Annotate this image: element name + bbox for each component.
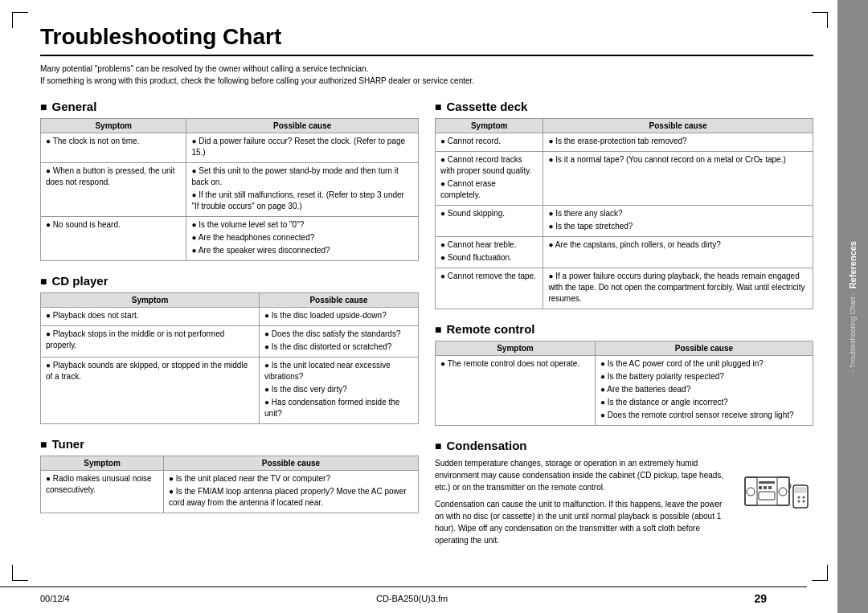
cassette-col-cause: Possible cause [543,119,813,133]
section-remote: Remote control Symptom Possible cause [435,322,813,426]
svg-point-2 [747,488,755,496]
symptom-item: Playback sounds are skipped, or stopped … [46,360,254,382]
cd-col-symptom: Symptom [41,293,260,308]
svg-point-4 [779,488,787,496]
remote-row1-symptom: The remote control does not operate. [436,356,596,426]
table-row: The remote control does not operate. Is … [436,356,813,426]
section-cassette: Cassette deck Symptom Possible cause C [435,100,813,309]
tuner-col-symptom: Symptom [41,456,164,471]
cause-item: Is the volume level set to "0"? [191,219,413,231]
general-table: Symptom Possible cause The clock is not … [40,118,419,261]
remote-table: Symptom Possible cause The remote contro… [435,341,813,426]
cause-item: Are the headphones connected? [191,232,413,243]
cause-item: Is the battery polarity respected? [600,371,808,382]
svg-rect-11 [795,488,806,492]
cause-item: Is the disc loaded upside-down? [264,310,413,321]
table-row: Playback does not start. Is the disc loa… [41,308,419,326]
tuner-table: Symptom Possible cause Radio makes unusu… [40,456,419,513]
cause-item: Set this unit to the power stand-by mode… [191,166,413,188]
right-sidebar-tab: References - Troubleshooting Chart - [837,0,868,613]
tuner-title: Tuner [40,437,419,451]
condensation-para2: Condensation can cause the unit to malfu… [435,498,733,546]
svg-rect-7 [764,486,767,489]
general-row1-symptom: The clock is not on time. [41,133,186,163]
cassette-table: Symptom Possible cause Cannot record. Is [435,118,813,309]
cause-item: Has condensation formed inside the unit? [264,397,413,419]
table-row: Playback stops in the middle or is not p… [41,326,419,358]
sidebar-tab-label: References [847,241,858,288]
right-column: Cassette deck Symptom Possible cause C [435,100,813,559]
cause-item: Are the batteries dead? [600,384,808,395]
two-column-layout: General Symptom Possible cause The clo [40,100,813,559]
section-cd-player: CD player Symptom Possible cause Playb [40,274,419,424]
left-column: General Symptom Possible cause The clo [40,100,419,559]
symptom-item: Cannot record tracks with proper sound q… [440,154,538,177]
condensation-title: Condensation [435,439,813,452]
cassette-title: Cassette deck [435,100,813,113]
cause-item: Is the tape stretched? [548,221,808,232]
svg-rect-6 [759,486,762,489]
cassette-row5-cause: If a power failure occurs during playbac… [543,268,813,309]
cause-item: Does the remote control sensor receive s… [600,410,808,421]
symptom-item: Radio makes unusual noise consecutively. [46,473,158,496]
cause-item: Are the capstans, pinch rollers, or head… [548,239,808,251]
symptom-item: Cannot remove the tape. [440,271,538,282]
stereo-illustration [741,457,813,513]
general-row2-symptom: When a button is pressed, the unit does … [41,163,186,217]
cassette-row1-cause: Is the erase-protection tab removed? [543,133,813,152]
cause-item: Is the disc very dirty? [264,384,413,395]
table-row: When a button is pressed, the unit does … [41,163,419,217]
cassette-row3-symptom: Sound skipping. [436,206,543,237]
table-row: Playback sounds are skipped, or stopped … [41,358,419,424]
symptom-item: No sound is heard. [46,219,181,231]
cd-col-cause: Possible cause [260,293,419,308]
symptom-item: Cannot erase completely. [440,178,538,201]
page-number: 29 [754,592,767,605]
cause-item: Is it a normal tape? (You cannot record … [548,154,808,166]
cause-item: Is the unit located near excessive vibra… [264,360,413,382]
page-title: Troubleshooting Chart [40,24,813,56]
cause-item: Is the FM/AM loop antenna placed properl… [169,486,413,509]
table-row: Cannot record tracks with proper sound q… [436,152,813,206]
footer: 00/12/4 CD-BA250(U)3.fm 29 [0,586,807,605]
table-row: The clock is not on time. Did a power fa… [41,133,419,163]
intro-text: Many potential "problems" can be resolve… [40,63,813,87]
general-row1-cause: Did a power failure occur? Reset the clo… [186,133,419,163]
table-row: Cannot hear treble. Sound fluctuation. A… [436,237,813,268]
general-row2-cause: Set this unit to the power stand-by mode… [186,163,419,217]
svg-point-15 [803,501,805,503]
cassette-row3-cause: Is there any slack? Is the tape stretche… [543,206,813,237]
svg-rect-9 [759,492,775,500]
cassette-col-symptom: Symptom [436,119,543,133]
general-row3-symptom: No sound is heard. [41,217,186,261]
cd-player-table: Symptom Possible cause Playback does not… [40,292,419,424]
cause-item: If a power failure occurs during playbac… [548,271,808,304]
svg-point-14 [798,501,800,503]
symptom-item: Playback does not start. [46,310,254,321]
table-row: Radio makes unusual noise consecutively.… [41,471,419,513]
symptom-item: Cannot record. [440,136,538,147]
cd-row3-symptom: Playback sounds are skipped, or stopped … [41,358,260,424]
section-condensation: Condensation Sudden temperature changes,… [435,439,813,546]
table-row: Cannot record. Is the erase-protection t… [436,133,813,152]
general-col-symptom: Symptom [41,119,186,133]
symptom-item: When a button is pressed, the unit does … [46,166,181,188]
table-row: Sound skipping. Is there any slack? Is t… [436,206,813,237]
cause-item: Are the speaker wires disconnected? [191,245,413,256]
cause-item: Is the disc distorted or scratched? [264,341,413,353]
cassette-row4-symptom: Cannot hear treble. Sound fluctuation. [436,237,543,268]
cause-item: Did a power failure occur? Reset the clo… [191,136,413,158]
cassette-row1-symptom: Cannot record. [436,133,543,152]
symptom-item: The remote control does not operate. [440,358,590,370]
symptom-item: Playback stops in the middle or is not p… [46,329,254,351]
svg-rect-8 [768,486,772,489]
general-row3-cause: Is the volume level set to "0"? Are the … [186,217,419,261]
table-row: Cannot remove the tape. If a power failu… [436,268,813,309]
svg-rect-5 [759,481,775,484]
remote-title: Remote control [435,322,813,336]
table-row: No sound is heard. Is the volume level s… [41,217,419,261]
tuner-row1-symptom: Radio makes unusual noise consecutively. [41,471,164,513]
main-content: Troubleshooting Chart Many potential "pr… [0,0,837,613]
condensation-para1: Sudden temperature changes, storage or o… [435,457,733,493]
svg-point-12 [798,497,800,499]
